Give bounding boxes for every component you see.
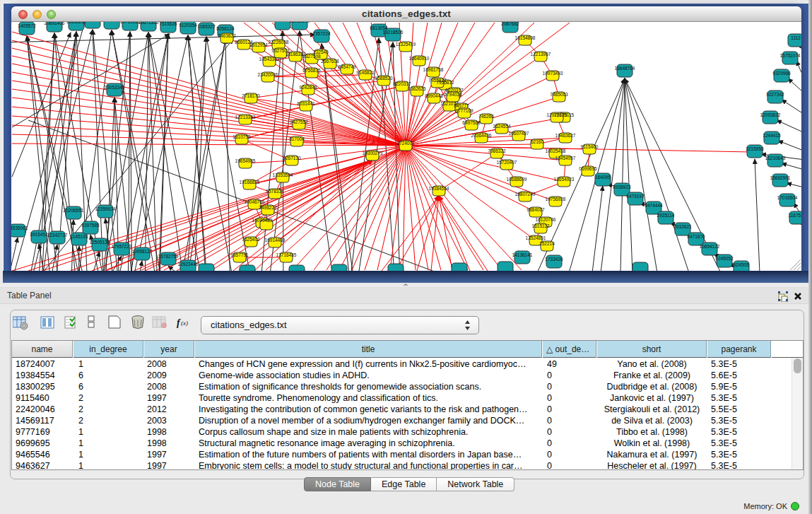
svg-text:62160: 62160 (531, 139, 543, 144)
svg-text:7955812: 7955812 (428, 78, 447, 83)
svg-text:6794028: 6794028 (444, 92, 462, 97)
svg-text:19166825: 19166825 (240, 180, 260, 185)
svg-text:13524851: 13524851 (526, 235, 546, 240)
svg-text:1588520: 1588520 (375, 76, 393, 81)
svg-text:15751074: 15751074 (780, 53, 801, 58)
svg-text:1405572: 1405572 (18, 23, 36, 28)
svg-text:1065327: 1065327 (197, 24, 216, 29)
svg-text:8471676: 8471676 (687, 234, 705, 239)
svg-text:252214: 252214 (539, 241, 555, 246)
svg-text:0699695: 0699695 (579, 166, 597, 171)
svg-text:10025438: 10025438 (546, 148, 566, 153)
svg-text:19654985: 19654985 (235, 158, 256, 163)
svg-text:3915451: 3915451 (30, 232, 48, 237)
svg-text:9397585: 9397585 (81, 223, 100, 228)
svg-text:3624554: 3624554 (493, 124, 511, 129)
svg-text:12093822: 12093822 (760, 112, 781, 117)
svg-text:9329966: 9329966 (772, 71, 791, 76)
svg-text:13716485: 13716485 (276, 252, 297, 257)
svg-text:23053346: 23053346 (105, 85, 125, 90)
svg-text:7485063: 7485063 (550, 92, 568, 97)
svg-text:20691406: 20691406 (45, 22, 65, 25)
svg-text:13654923: 13654923 (554, 177, 575, 182)
svg-text:9327508: 9327508 (302, 54, 321, 59)
svg-text:8454749: 8454749 (338, 64, 356, 69)
svg-text:16782759: 16782759 (158, 254, 179, 259)
svg-text:9242848: 9242848 (299, 85, 317, 90)
svg-text:12975125: 12975125 (547, 112, 567, 117)
svg-text:1244415: 1244415 (763, 133, 781, 138)
svg-text:645777: 645777 (454, 103, 469, 108)
svg-text:3215958: 3215958 (746, 146, 764, 151)
svg-text:9427552: 9427552 (290, 119, 308, 124)
svg-text:7632621: 7632621 (673, 224, 692, 229)
svg-text:8938923: 8938923 (613, 185, 631, 189)
svg-text:11325419: 11325419 (396, 42, 416, 47)
svg-text:7357224: 7357224 (312, 31, 331, 36)
svg-text:19218506: 19218506 (383, 30, 404, 35)
svg-text:16033809: 16033809 (290, 22, 310, 23)
svg-text:16099489: 16099489 (252, 218, 273, 223)
svg-text:164095: 164095 (595, 175, 611, 180)
svg-text:12359934: 12359934 (95, 206, 116, 211)
svg-text:10543362: 10543362 (259, 57, 280, 62)
svg-text:9115460: 9115460 (581, 144, 599, 149)
svg-text:2367608: 2367608 (321, 59, 339, 64)
svg-text:17016504: 17016504 (777, 195, 798, 200)
svg-text:3267130: 3267130 (283, 156, 301, 160)
svg-text:15720407: 15720407 (497, 160, 517, 165)
svg-text:9884067: 9884067 (526, 207, 545, 212)
svg-text:20364436: 20364436 (471, 133, 492, 138)
svg-text:(x): (x) (181, 320, 188, 327)
svg-text:10958127: 10958127 (132, 249, 153, 254)
svg-text:10719155: 10719155 (120, 22, 141, 24)
svg-text:9857791: 9857791 (230, 252, 249, 257)
svg-text:16648764: 16648764 (615, 66, 635, 71)
svg-text:3912954: 3912954 (249, 42, 268, 47)
svg-text:924505: 924505 (734, 262, 749, 267)
svg-text:12213967: 12213967 (531, 52, 551, 57)
svg-text:1724007: 1724007 (396, 141, 415, 146)
svg-text:12342737: 12342737 (47, 233, 68, 238)
svg-text:9245052: 9245052 (715, 256, 734, 261)
svg-text:10607487: 10607487 (509, 131, 529, 136)
svg-text:5578334: 5578334 (266, 189, 284, 194)
svg-text:1362625: 1362625 (408, 86, 426, 91)
svg-text:8031441: 8031441 (297, 101, 315, 106)
svg-text:9146821: 9146821 (356, 70, 375, 75)
svg-text:16210643: 16210643 (765, 156, 786, 160)
svg-text:16154808: 16154808 (515, 35, 536, 40)
svg-text:10654122: 10654122 (700, 244, 720, 249)
svg-text:1167534: 1167534 (789, 213, 801, 218)
svg-text:232546: 232546 (313, 49, 329, 54)
svg-text:8220317: 8220317 (393, 81, 411, 86)
svg-text:9474444: 9474444 (645, 203, 663, 208)
svg-text:12213383: 12213383 (235, 115, 256, 119)
svg-text:2718170: 2718170 (242, 93, 260, 98)
svg-text:7986322: 7986322 (488, 148, 506, 153)
svg-text:14535061: 14535061 (11, 226, 28, 230)
svg-text:10688609: 10688609 (507, 177, 527, 182)
svg-text:9227342: 9227342 (766, 92, 784, 97)
svg-text:1615112: 1615112 (532, 223, 550, 228)
svg-text:7515526: 7515526 (159, 22, 177, 26)
svg-text:23226058: 23226058 (269, 40, 289, 45)
svg-text:13353594: 13353594 (273, 173, 293, 177)
svg-text:6479197: 6479197 (626, 194, 645, 199)
svg-text:19384554: 19384554 (429, 186, 449, 191)
svg-text:17957223: 17957223 (112, 244, 132, 249)
svg-text:14136141: 14136141 (512, 252, 533, 257)
svg-text:16671355: 16671355 (139, 22, 159, 25)
svg-text:746266: 746266 (478, 114, 494, 119)
svg-text:517004: 517004 (289, 136, 305, 141)
svg-text:9120354: 9120354 (179, 23, 197, 28)
svg-text:6466160: 6466160 (102, 22, 121, 23)
svg-text:1112: 1112 (791, 35, 801, 40)
svg-text:16120746: 16120746 (536, 217, 556, 222)
svg-text:6497568: 6497568 (462, 120, 481, 125)
svg-text:20206551: 20206551 (64, 208, 84, 213)
svg-text:2087682: 2087682 (501, 22, 519, 26)
svg-text:19300273: 19300273 (363, 151, 383, 156)
svg-text:16640910: 16640910 (409, 56, 430, 61)
svg-text:1145193: 1145193 (71, 234, 88, 239)
